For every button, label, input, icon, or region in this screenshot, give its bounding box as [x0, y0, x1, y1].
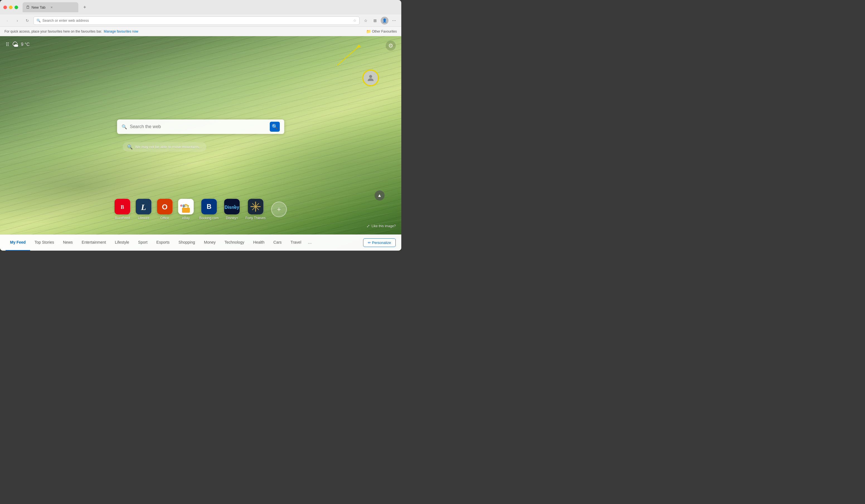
ebay-icon: e B a y [178, 199, 194, 214]
navbar: ‹ › ↻ 🔍 ☆ ☆ ⊞ 👤 ⋯ [0, 14, 401, 27]
svg-text:+: + [234, 204, 236, 207]
back-button[interactable]: ‹ [3, 17, 11, 24]
office-icon: O [157, 199, 173, 214]
quote-icon: 🔍 [127, 144, 133, 150]
titlebar: 🗒 New Tab ✕ + [0, 0, 401, 14]
indicator-arrow [321, 43, 365, 71]
tab-title: New Tab [32, 5, 45, 10]
tab-lifestyle[interactable]: Lifestyle [110, 235, 134, 251]
new-tab-button[interactable]: + [81, 3, 89, 11]
add-quicklink-button[interactable]: + [271, 202, 287, 217]
expand-icon: ⤢ [367, 224, 370, 228]
svg-text:a: a [185, 203, 187, 208]
quicklink-office[interactable]: O Office [157, 199, 173, 220]
collections-button[interactable]: ⊞ [371, 17, 379, 24]
nav-right-buttons: ☆ ⊞ 👤 ⋯ [362, 17, 398, 24]
quicklink-buzzfeed[interactable]: B BuzzFeed [115, 199, 130, 220]
favourites-bar: For quick access, place your favourites … [0, 27, 401, 36]
new-tab-content: ⠿ 🌤 9 °C ⚙ 🔍 [0, 36, 401, 250]
profile-indicator [362, 70, 379, 86]
svg-text:B: B [121, 204, 124, 210]
search-input[interactable] [130, 124, 267, 129]
tab-health[interactable]: Health [249, 235, 269, 251]
close-button[interactable] [3, 5, 7, 9]
ebay-label: eBay [182, 216, 189, 220]
browser-window: 🗒 New Tab ✕ + ‹ › ↻ 🔍 ☆ ☆ ⊞ 👤 ⋯ For quic… [0, 0, 401, 250]
tab-travel[interactable]: Travel [286, 235, 306, 251]
office-label: Office [161, 216, 169, 220]
refresh-button[interactable]: ↻ [23, 17, 31, 24]
quicklink-disney[interactable]: Disney + Disney+ [224, 199, 240, 220]
booking-label: Booking.com [199, 216, 218, 220]
fullscreen-button[interactable] [14, 5, 18, 9]
tab-sport[interactable]: Sport [134, 235, 152, 251]
feed-tabs: My Feed Top Stories News Entertainment L… [5, 235, 363, 251]
disney-label: Disney+ [226, 216, 238, 220]
forward-button[interactable]: › [13, 17, 21, 24]
favourites-button[interactable]: ☆ [362, 17, 370, 24]
search-button-icon: 🔍 [272, 124, 278, 130]
more-button[interactable]: ⋯ [390, 17, 398, 24]
weather-temp: 9 °C [21, 42, 30, 47]
personalize-button[interactable]: ✏ Personalize [363, 238, 396, 247]
tab-esports[interactable]: Esports [152, 235, 174, 251]
minimize-button[interactable] [9, 5, 13, 9]
favourites-hint: For quick access, place your favourites … [4, 30, 102, 33]
svg-text:e: e [180, 203, 182, 208]
scroll-up-button[interactable]: ▲ [374, 190, 384, 200]
avatar-icon [366, 73, 375, 82]
other-favourites[interactable]: 📁 Other Favourites [366, 29, 397, 34]
tab-news[interactable]: News [58, 235, 77, 251]
svg-point-2 [369, 75, 372, 78]
like-image-text: Like this image? [371, 224, 396, 228]
lifewire-label: Lifewire [138, 216, 149, 220]
profile-avatar[interactable] [362, 70, 379, 86]
svg-text:B: B [207, 203, 211, 210]
address-input[interactable] [42, 19, 350, 23]
apps-grid-icon[interactable]: ⠿ [5, 42, 9, 48]
search-button[interactable]: 🔍 [270, 122, 280, 132]
settings-icon[interactable]: ⚙ [386, 40, 396, 51]
tab-cars[interactable]: Cars [269, 235, 286, 251]
fortythieves-icon [248, 199, 263, 214]
tab-more[interactable]: ... [306, 235, 314, 251]
tab-myfeed[interactable]: My Feed [5, 235, 30, 251]
search-container: 🔍 🔍 [117, 119, 284, 134]
tab-icon: 🗒 [26, 5, 30, 10]
svg-marker-1 [357, 45, 361, 47]
quicklink-booking[interactable]: B Booking.com [199, 199, 218, 220]
quote-tooltip[interactable]: 🔍 We may not be able to move mountains..… [123, 142, 207, 152]
svg-rect-14 [182, 208, 190, 213]
quicklink-fortythieves[interactable]: Forty Thieves [245, 199, 265, 220]
svg-text:L: L [141, 202, 146, 212]
quicklink-lifewire[interactable]: L Lifewire [136, 199, 151, 220]
search-bar: 🔍 🔍 [117, 119, 284, 134]
buzzfeed-label: BuzzFeed [115, 216, 130, 220]
feed-bar: My Feed Top Stories News Entertainment L… [0, 234, 401, 250]
other-favourites-label: Other Favourites [372, 30, 397, 33]
disney-icon: Disney + [224, 199, 240, 214]
weather-icon: 🌤 [12, 40, 19, 48]
weather-widget[interactable]: 🌤 9 °C [12, 40, 30, 48]
add-to-favourites-icon[interactable]: ☆ [353, 19, 356, 23]
search-bar-icon: 🔍 [122, 124, 127, 129]
manage-favourites-link[interactable]: Manage favourites now [104, 30, 138, 33]
traffic-lights [3, 5, 18, 9]
folder-icon: 📁 [366, 29, 371, 34]
tab-technology[interactable]: Technology [220, 235, 249, 251]
booking-icon: B [201, 199, 217, 214]
active-tab[interactable]: 🗒 New Tab ✕ [23, 2, 78, 12]
tab-topstories[interactable]: Top Stories [30, 235, 58, 251]
tab-shopping[interactable]: Shopping [174, 235, 199, 251]
tab-money[interactable]: Money [199, 235, 220, 251]
profile-button[interactable]: 👤 [381, 17, 389, 24]
quicklink-ebay[interactable]: e B a y eBay [178, 199, 194, 220]
fortythieves-label: Forty Thieves [245, 216, 265, 220]
svg-text:O: O [162, 203, 168, 211]
lifewire-icon: L [136, 199, 151, 214]
address-bar[interactable]: 🔍 ☆ [33, 16, 359, 25]
tab-entertainment[interactable]: Entertainment [77, 235, 110, 251]
search-icon: 🔍 [36, 19, 41, 23]
tab-close-button[interactable]: ✕ [49, 5, 54, 10]
like-image-widget[interactable]: ⤢ Like this image? [367, 224, 396, 228]
